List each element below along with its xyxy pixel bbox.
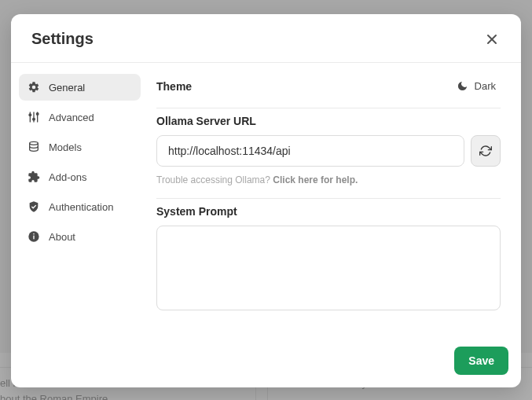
svg-point-5 (29, 114, 31, 116)
svg-point-6 (33, 118, 35, 120)
sidebar-item-advanced[interactable]: Advanced (19, 104, 141, 130)
svg-rect-10 (33, 236, 34, 240)
gear-icon (27, 80, 41, 94)
help-link[interactable]: Click here for help. (273, 174, 358, 185)
close-icon (486, 33, 498, 46)
server-url-row (156, 135, 501, 167)
modal-header: Settings (11, 14, 521, 63)
svg-point-8 (30, 141, 39, 145)
server-url-section: Ollama Server URL Trouble accessing Olla… (156, 108, 501, 198)
server-url-input[interactable] (156, 135, 464, 167)
modal-body: General Advanced Models Add-ons (11, 63, 521, 339)
sidebar-item-label: Advanced (49, 112, 94, 123)
modal-footer: Save (11, 339, 521, 387)
sidebar-item-general[interactable]: General (19, 74, 141, 101)
moon-icon (457, 80, 468, 92)
sidebar-item-label: About (49, 231, 75, 243)
help-text: Trouble accessing Ollama? Click here for… (156, 174, 501, 185)
theme-label: Theme (156, 80, 192, 93)
theme-row: Theme Dark (156, 77, 501, 108)
save-button[interactable]: Save (454, 347, 508, 375)
database-icon (27, 140, 41, 154)
theme-value: Dark (475, 80, 496, 92)
svg-rect-11 (33, 233, 34, 234)
theme-toggle[interactable]: Dark (452, 77, 501, 95)
info-icon (27, 229, 41, 244)
settings-sidebar: General Advanced Models Add-ons (11, 63, 149, 339)
system-prompt-input[interactable] (156, 226, 501, 310)
refresh-icon (479, 145, 492, 157)
sidebar-item-label: Models (49, 141, 82, 153)
settings-modal: Settings General Advanced (11, 14, 521, 387)
sidebar-item-label: Authentication (49, 201, 113, 213)
refresh-button[interactable] (471, 135, 501, 167)
help-prefix: Trouble accessing Ollama? (156, 174, 273, 185)
sidebar-item-addons[interactable]: Add-ons (19, 163, 141, 190)
shield-icon (27, 200, 41, 214)
sidebar-item-label: Add-ons (49, 171, 86, 183)
system-prompt-label: System Prompt (156, 205, 501, 218)
puzzle-icon (27, 170, 41, 184)
sidebar-item-about[interactable]: About (19, 223, 141, 250)
sidebar-item-authentication[interactable]: Authentication (19, 193, 141, 220)
sidebar-item-label: General (49, 82, 85, 94)
svg-point-7 (36, 113, 39, 116)
sliders-icon (27, 110, 41, 124)
close-button[interactable] (483, 31, 501, 48)
modal-title: Settings (31, 30, 94, 48)
server-url-label: Ollama Server URL (156, 115, 501, 127)
system-prompt-section: System Prompt (156, 198, 501, 326)
sidebar-item-models[interactable]: Models (19, 134, 141, 160)
settings-content: Theme Dark Ollama Server URL Tr (149, 63, 521, 339)
